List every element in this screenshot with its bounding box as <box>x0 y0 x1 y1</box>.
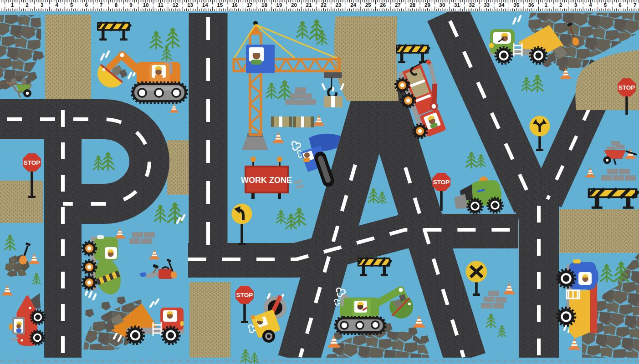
svg-text:16: 16 <box>232 2 238 8</box>
svg-text:3: 3 <box>41 2 43 8</box>
svg-text:12: 12 <box>173 2 179 8</box>
svg-text:20: 20 <box>291 2 297 8</box>
svg-text:7: 7 <box>634 2 636 8</box>
svg-text:25: 25 <box>365 2 371 8</box>
svg-text:9: 9 <box>129 2 132 8</box>
svg-text:11: 11 <box>158 2 164 8</box>
svg-text:2: 2 <box>26 2 28 8</box>
svg-text:28: 28 <box>409 2 415 8</box>
svg-text:13: 13 <box>187 2 193 8</box>
svg-text:7: 7 <box>100 2 102 8</box>
svg-text:WORK ZONE: WORK ZONE <box>241 176 292 185</box>
svg-text:34: 34 <box>499 2 505 8</box>
svg-text:5: 5 <box>604 2 607 8</box>
svg-text:23: 23 <box>336 2 342 8</box>
svg-text:4: 4 <box>55 2 58 8</box>
svg-text:1: 1 <box>545 2 548 8</box>
svg-text:22: 22 <box>321 2 327 8</box>
svg-text:26: 26 <box>380 2 386 8</box>
svg-text:14: 14 <box>202 2 208 8</box>
svg-text:18: 18 <box>261 2 267 8</box>
svg-text:19: 19 <box>276 2 282 8</box>
svg-text:1: 1 <box>11 2 14 8</box>
svg-text:10: 10 <box>143 2 149 8</box>
svg-text:4: 4 <box>589 2 592 8</box>
svg-text:21: 21 <box>306 2 312 8</box>
svg-text:31: 31 <box>454 2 460 8</box>
svg-text:27: 27 <box>395 2 401 8</box>
svg-text:6: 6 <box>85 2 88 8</box>
svg-text:32: 32 <box>469 2 475 8</box>
svg-text:3: 3 <box>574 2 577 8</box>
svg-text:35: 35 <box>513 2 519 8</box>
svg-text:17: 17 <box>246 2 252 8</box>
svg-text:29: 29 <box>424 2 430 8</box>
svg-text:5: 5 <box>70 2 73 8</box>
svg-text:8: 8 <box>115 2 118 8</box>
svg-text:24: 24 <box>350 2 356 8</box>
svg-text:33: 33 <box>484 2 490 8</box>
svg-text:30: 30 <box>440 2 445 8</box>
svg-text:6: 6 <box>619 2 621 8</box>
svg-text:2: 2 <box>559 2 562 8</box>
svg-text:36: 36 <box>528 2 534 8</box>
svg-text:15: 15 <box>217 2 223 8</box>
